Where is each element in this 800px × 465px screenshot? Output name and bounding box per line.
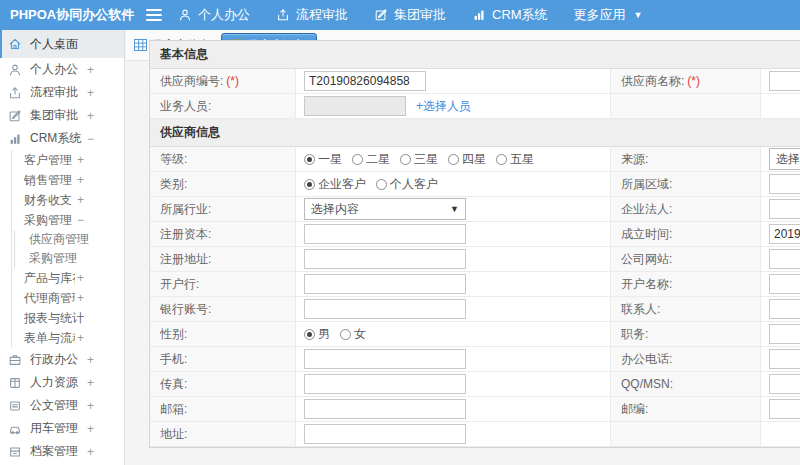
top-nav-label: 流程审批 [296, 6, 348, 24]
field-s1r0-left-radio-4[interactable] [496, 154, 507, 165]
sidebar-item-0-5[interactable]: 行政办公+ [0, 348, 124, 371]
sidebar-item-0-9[interactable]: 档案管理+ [0, 440, 124, 463]
sidebar-item-1-3[interactable]: 采购管理− [12, 210, 124, 230]
field-s0r0-left-input[interactable] [304, 71, 426, 91]
field-s1r2-left-select[interactable]: 选择内容▼ [304, 198, 466, 220]
field-s1r4-right-input[interactable] [769, 249, 800, 269]
top-nav-item-2[interactable]: 集团审批 [374, 6, 446, 24]
expand-toggle-icon[interactable]: + [87, 86, 94, 100]
upload-icon [276, 8, 290, 22]
edit-icon [8, 109, 22, 123]
sidebar-item-label: 流程审批 [30, 84, 85, 101]
field-s1r0-left-radio-2[interactable] [400, 154, 411, 165]
radio-label: 一星 [318, 151, 342, 168]
top-nav-item-3[interactable]: CRM系统 [472, 6, 548, 24]
expand-toggle-icon[interactable]: + [77, 193, 84, 207]
sidebar-item-1-4[interactable]: 产品与库存+ [12, 268, 124, 288]
expand-toggle-icon[interactable]: + [87, 353, 94, 367]
expand-toggle-icon[interactable]: + [77, 291, 84, 305]
field-label: 注册资本: [160, 226, 211, 243]
field-s1r0-left-radio-0[interactable] [304, 154, 315, 165]
expand-toggle-icon[interactable]: + [87, 422, 94, 436]
expand-toggle-icon[interactable]: + [77, 271, 84, 285]
field-s1r7-left-radio-0[interactable] [304, 329, 315, 340]
top-nav-item-4[interactable]: 更多应用▼ [574, 6, 643, 24]
chart-icon [472, 8, 486, 22]
field-s1r7-right-input[interactable] [769, 324, 800, 344]
field-s1r3-right-input[interactable] [769, 224, 800, 244]
expand-toggle-icon[interactable]: + [77, 331, 84, 345]
sidebar-item-2-0[interactable]: 供应商管理 [15, 230, 124, 249]
sidebar-item-2-1[interactable]: 采购管理 [15, 249, 124, 268]
form-field-cell [296, 372, 611, 396]
sidebar-item-1-1[interactable]: 销售管理+ [12, 170, 124, 190]
field-s1r0-left-radio-1[interactable] [352, 154, 363, 165]
field-s1r10-right-input[interactable] [769, 399, 800, 419]
form-field-cell: 企业客户个人客户 [296, 172, 611, 196]
briefcase-icon [8, 353, 22, 367]
sidebar-item-0-4[interactable]: CRM系统− [0, 127, 124, 150]
sidebar-item-1-5[interactable]: 代理商管理+ [12, 288, 124, 308]
field-s1r2-right-input[interactable] [769, 199, 800, 219]
field-s1r0-left-radio-3[interactable] [448, 154, 459, 165]
sidebar-item-1-0[interactable]: 客户管理+ [12, 150, 124, 170]
field-s0r1-left-input[interactable] [304, 96, 406, 116]
sidebar-item-0-3[interactable]: 集团审批+ [0, 104, 124, 127]
sidebar-item-0-0[interactable]: 个人桌面 [0, 30, 124, 58]
field-s1r0-right-select[interactable]: 选择内容▼ [769, 148, 800, 170]
field-s1r5-right-input[interactable] [769, 274, 800, 294]
form-label-cell: 银行账号: [150, 297, 296, 321]
field-s1r6-left-input[interactable] [304, 299, 466, 319]
field-s1r4-left-input[interactable] [304, 249, 466, 269]
sidebar-item-label: 采购管理 [24, 212, 75, 229]
form-field-cell: +选择人员 [296, 94, 611, 118]
sidebar-item-0-1[interactable]: 个人办公+ [0, 58, 124, 81]
sidebar-item-label: CRM系统 [30, 130, 85, 147]
section-title: 基本信息 [150, 41, 800, 69]
field-s1r11-left-input[interactable] [304, 424, 466, 444]
top-nav-item-0[interactable]: 个人办公 [178, 6, 250, 24]
sidebar-item-1-6[interactable]: 报表与统计 [12, 308, 124, 328]
sidebar-item-label: 财务收支 [24, 192, 75, 209]
form-label-cell: 邮编: [611, 397, 761, 421]
expand-toggle-icon[interactable]: + [87, 109, 94, 123]
form-label-cell: 等级: [150, 147, 296, 171]
field-s0r0-right-input[interactable] [769, 71, 800, 91]
sidebar-item-1-2[interactable]: 财务收支+ [12, 190, 124, 210]
expand-toggle-icon[interactable]: + [87, 445, 94, 459]
field-s1r10-left-input[interactable] [304, 399, 466, 419]
field-s1r8-left-input[interactable] [304, 349, 466, 369]
field-s1r7-left-radio-1[interactable] [340, 329, 351, 340]
field-s1r1-right-input[interactable] [769, 174, 800, 194]
sidebar-item-0-7[interactable]: 公文管理+ [0, 394, 124, 417]
form-label-cell: 所属行业: [150, 197, 296, 221]
expand-toggle-icon[interactable]: + [87, 63, 94, 77]
form-field-cell [296, 222, 611, 246]
field-s1r9-right-input[interactable] [769, 374, 800, 394]
sidebar-item-0-2[interactable]: 流程审批+ [0, 81, 124, 104]
form-row: 注册地址:公司网站: [150, 247, 800, 272]
expand-toggle-icon[interactable]: + [77, 153, 84, 167]
field-s1r1-left-radio-0[interactable] [304, 179, 315, 190]
form-row: 手机:办公电话: [150, 347, 800, 372]
choose-person-link[interactable]: +选择人员 [416, 98, 471, 115]
hamburger-menu-icon[interactable] [146, 9, 162, 21]
sidebar-item-label: 采购管理 [29, 250, 116, 267]
top-nav-item-1[interactable]: 流程审批 [276, 6, 348, 24]
expand-toggle-icon[interactable]: + [87, 399, 94, 413]
sidebar-item-0-6[interactable]: 人力资源+ [0, 371, 124, 394]
field-s1r5-left-input[interactable] [304, 274, 466, 294]
expand-toggle-icon[interactable]: + [77, 173, 84, 187]
field-s1r6-right-input[interactable] [769, 299, 800, 319]
sidebar-item-label: 公文管理 [30, 397, 85, 414]
sidebar-item-1-7[interactable]: 表单与流程设置+ [12, 328, 124, 348]
sidebar-item-0-8[interactable]: 用车管理+ [0, 417, 124, 440]
field-s1r1-left-radio-1[interactable] [376, 179, 387, 190]
field-s1r9-left-input[interactable] [304, 374, 466, 394]
expand-toggle-icon[interactable]: + [87, 376, 94, 390]
field-s1r8-right-input[interactable] [769, 349, 800, 369]
form-field-cell [761, 222, 800, 246]
expand-toggle-icon[interactable]: − [77, 213, 84, 227]
field-s1r3-left-input[interactable] [304, 224, 466, 244]
expand-toggle-icon[interactable]: − [87, 132, 94, 146]
